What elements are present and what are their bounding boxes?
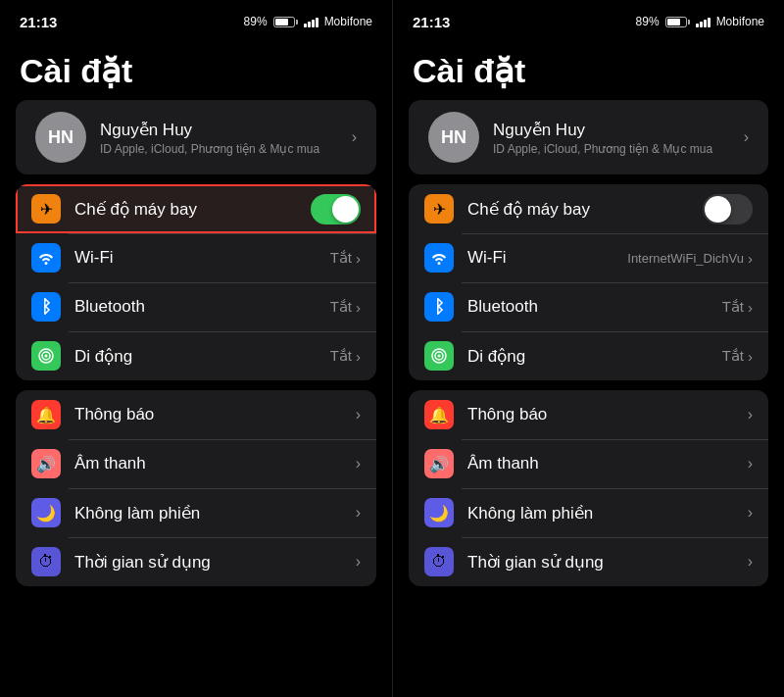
wifi-label-left: Wi-Fi — [74, 248, 330, 268]
profile-name-left: Nguyễn Huy — [100, 120, 352, 140]
connectivity-group-left: ✈ Chế độ máy bay Wi-Fi Tắt › ᛒ Bluetooth — [16, 184, 376, 380]
status-right-right: 89% Mobifone — [636, 15, 764, 28]
notifications-group-right: 🔔 Thông báo › 🔊 Âm thanh › 🌙 Không làm p… — [409, 390, 768, 586]
profile-sub-left: ID Apple, iCloud, Phương tiện & Mục mua — [100, 142, 352, 156]
airplane-row-left[interactable]: ✈ Chế độ máy bay — [16, 184, 376, 233]
profile-sub-right: ID Apple, iCloud, Phương tiện & Mục mua — [493, 142, 744, 156]
screentime-label-left: Thời gian sử dụng — [74, 552, 356, 573]
profile-row-left[interactable]: HN Nguyễn Huy ID Apple, iCloud, Phương t… — [16, 100, 376, 174]
cellular-row-right[interactable]: Di động Tắt › — [409, 331, 768, 380]
focus-row-right[interactable]: 🌙 Không làm phiền › — [409, 488, 768, 537]
cellular-icon-right — [424, 341, 454, 371]
profile-name-right: Nguyễn Huy — [493, 120, 744, 140]
bluetooth-row-right[interactable]: ᛒ Bluetooth Tắt › — [409, 282, 768, 331]
cellular-label-right: Di động — [467, 346, 722, 367]
notifications-group-left: 🔔 Thông báo › 🔊 Âm thanh › 🌙 Không làm p… — [16, 390, 376, 586]
wifi-right-right: InternetWiFi_DichVu › — [627, 250, 753, 267]
airplane-toggle-left[interactable] — [311, 194, 361, 224]
notifications-chevron-right: › — [748, 406, 753, 423]
focus-icon-left: 🌙 — [31, 498, 61, 527]
battery-icon-right — [665, 17, 690, 27]
focus-chevron-right: › — [748, 504, 753, 522]
svg-point-2 — [45, 355, 48, 358]
status-time-right: 21:13 — [413, 14, 450, 30]
cellular-row-left[interactable]: Di động Tắt › — [16, 331, 376, 380]
notifications-row-left[interactable]: 🔔 Thông báo › — [16, 390, 376, 439]
phone-panel-left: 21:13 89% Mobifone Cài đặt HN Ngu — [0, 0, 392, 697]
page-title-right: Cài đặt — [393, 43, 784, 100]
sounds-label-right: Âm thanh — [467, 454, 748, 473]
airplane-row-right[interactable]: ✈ Chế độ máy bay — [409, 184, 768, 233]
battery-percent-left: 89% — [244, 15, 268, 28]
wifi-icon-right — [424, 243, 454, 273]
bluetooth-right-right: Tắt › — [722, 298, 753, 316]
focus-row-left[interactable]: 🌙 Không làm phiền › — [16, 488, 376, 537]
profile-chevron-left: › — [352, 128, 357, 146]
avatar-right: HN — [428, 112, 479, 163]
sounds-chevron-left: › — [356, 455, 361, 473]
screentime-label-right: Thời gian sử dụng — [467, 552, 748, 573]
screentime-icon-right: ⏱ — [424, 547, 454, 576]
signal-bars-left — [304, 16, 318, 27]
airplane-icon-right: ✈ — [424, 194, 454, 224]
notifications-icon-right: 🔔 — [424, 400, 454, 429]
battery-percent-right: 89% — [636, 15, 660, 28]
cellular-label-left: Di động — [74, 346, 330, 367]
notifications-label-left: Thông báo — [74, 405, 356, 424]
status-time-left: 21:13 — [20, 14, 57, 30]
bluetooth-label-right: Bluetooth — [467, 297, 722, 317]
profile-info-right: Nguyễn Huy ID Apple, iCloud, Phương tiện… — [493, 120, 744, 156]
sounds-row-right[interactable]: 🔊 Âm thanh › — [409, 439, 768, 488]
profile-info-left: Nguyễn Huy ID Apple, iCloud, Phương tiện… — [100, 120, 352, 156]
notifications-chevron-left: › — [356, 406, 361, 423]
focus-icon-right: 🌙 — [424, 498, 454, 527]
bluetooth-row-left[interactable]: ᛒ Bluetooth Tắt › — [16, 282, 376, 331]
profile-chevron-right: › — [744, 128, 749, 146]
airplane-icon-left: ✈ — [31, 194, 61, 224]
phone-panel-right: 21:13 89% Mobifone Cài đặt HN Ngu — [392, 0, 784, 697]
screentime-icon-left: ⏱ — [31, 547, 61, 576]
notifications-label-right: Thông báo — [467, 405, 748, 424]
bluetooth-icon-left: ᛒ — [31, 292, 61, 322]
wifi-row-left[interactable]: Wi-Fi Tắt › — [16, 233, 376, 282]
cellular-right-left: Tắt › — [330, 347, 361, 365]
profile-row-right[interactable]: HN Nguyễn Huy ID Apple, iCloud, Phương t… — [409, 100, 768, 174]
screentime-chevron-right: › — [748, 553, 753, 571]
connectivity-group-right: ✈ Chế độ máy bay Wi-Fi InternetWiFi_Dich… — [409, 184, 768, 380]
screentime-row-left[interactable]: ⏱ Thời gian sử dụng › — [16, 537, 376, 586]
bluetooth-right-left: Tắt › — [330, 298, 361, 316]
sounds-label-left: Âm thanh — [74, 454, 356, 473]
sounds-row-left[interactable]: 🔊 Âm thanh › — [16, 439, 376, 488]
airplane-toggle-right[interactable] — [703, 194, 753, 224]
carrier-right: Mobifone — [716, 15, 764, 28]
wifi-label-right: Wi-Fi — [467, 248, 627, 268]
bluetooth-label-left: Bluetooth — [74, 297, 330, 317]
cellular-right-right: Tắt › — [722, 347, 753, 365]
focus-label-left: Không làm phiền — [74, 503, 356, 523]
screentime-row-right[interactable]: ⏱ Thời gian sử dụng › — [409, 537, 768, 586]
notifications-row-right[interactable]: 🔔 Thông báo › — [409, 390, 768, 439]
avatar-left: HN — [35, 112, 86, 163]
svg-point-5 — [438, 355, 441, 358]
bluetooth-icon-right: ᛒ — [424, 292, 454, 322]
status-bar-left: 21:13 89% Mobifone — [0, 0, 392, 43]
battery-icon-left — [273, 17, 298, 27]
focus-chevron-left: › — [356, 504, 361, 522]
sounds-chevron-right: › — [748, 455, 753, 473]
wifi-right-left: Tắt › — [330, 249, 361, 267]
carrier-left: Mobifone — [324, 15, 372, 28]
focus-label-right: Không làm phiền — [467, 503, 748, 523]
airplane-label-left: Chế độ máy bay — [74, 199, 311, 220]
sounds-icon-left: 🔊 — [31, 449, 61, 478]
status-bar-right: 21:13 89% Mobifone — [393, 0, 784, 43]
wifi-row-right[interactable]: Wi-Fi InternetWiFi_DichVu › — [409, 233, 768, 282]
airplane-label-right: Chế độ máy bay — [467, 199, 703, 220]
signal-bars-right — [696, 16, 710, 27]
sounds-icon-right: 🔊 — [424, 449, 454, 478]
cellular-icon-left — [31, 341, 61, 371]
page-title-left: Cài đặt — [0, 43, 392, 100]
wifi-icon-left — [31, 243, 61, 273]
notifications-icon-left: 🔔 — [31, 400, 61, 429]
status-right-left: 89% Mobifone — [244, 15, 372, 28]
screentime-chevron-left: › — [356, 553, 361, 571]
